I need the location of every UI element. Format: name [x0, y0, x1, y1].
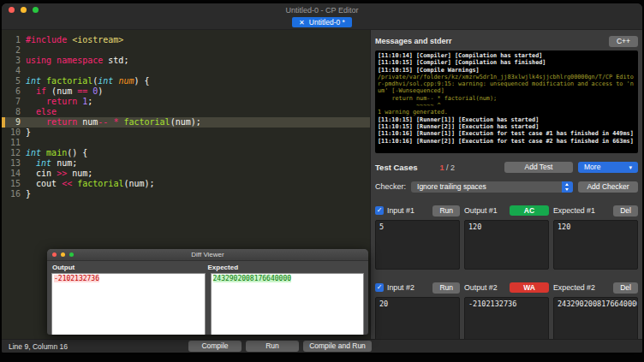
window-controls: [9, 7, 39, 13]
code-text: }: [26, 189, 31, 199]
verdict-summary: 1 / 2: [439, 163, 455, 172]
diff-output-label: Output: [52, 264, 208, 271]
line-number: 2: [2, 45, 26, 56]
compile-button[interactable]: Compile: [188, 341, 242, 352]
editor-lines: 1#include <iostream>23using namespace st…: [2, 35, 370, 199]
console-line: [11:10:15] [Runner[1]] [Execution has st…: [378, 116, 635, 123]
testcase-1-checkbox[interactable]: ✓: [375, 206, 384, 215]
code-text: int factorial(int num) {: [26, 76, 150, 86]
output-2-label: Output #2: [464, 283, 498, 292]
code-text: cin >> num;: [26, 169, 92, 179]
code-line-8: 8 else: [2, 107, 370, 117]
code-text: return num-- * factorial(num);: [26, 117, 201, 128]
console-line: [11:10:16] [Runner[1]] [Execution for te…: [378, 130, 635, 137]
diff-zoom-button[interactable]: [69, 252, 74, 257]
right-panel: Messages and stderr C++ [11:10:14] [Comp…: [370, 30, 642, 340]
diff-viewer-window[interactable]: Diff Viewer Output Expected -2102132736 …: [47, 249, 368, 335]
output-1-area[interactable]: 120: [464, 220, 549, 270]
diff-output-pane[interactable]: -2102132736: [51, 273, 206, 335]
code-text: return 1;: [26, 97, 92, 107]
code-text: }: [26, 128, 31, 138]
compile-and-run-button[interactable]: Compile and Run: [303, 341, 372, 352]
add-checker-button[interactable]: Add Checker: [578, 181, 638, 193]
code-line-4: 4: [2, 66, 370, 76]
delete-testcase-1-button[interactable]: Del: [613, 205, 638, 217]
testcases-title: Test Cases: [375, 163, 417, 172]
diff-window-controls: [52, 252, 74, 257]
run-testcase-2-button[interactable]: Run: [432, 282, 460, 294]
titlebar[interactable]: Untitled-0 - CP Editor: [2, 3, 642, 15]
checker-label: Checker:: [375, 182, 406, 191]
zoom-button[interactable]: [33, 7, 39, 13]
run-testcase-1-button[interactable]: Run: [432, 205, 460, 217]
tab-label: Untitled-0 *: [309, 18, 345, 27]
tab-untitled-0[interactable]: ✕ Untitled-0 *: [292, 17, 352, 27]
code-text: int main() {: [26, 148, 87, 158]
diff-added-line: 2432902008176640000: [213, 275, 292, 282]
code-text: else: [26, 107, 57, 117]
minimize-button[interactable]: [21, 7, 27, 13]
more-button[interactable]: More ▾: [578, 162, 638, 173]
code-text: if (num == 0): [26, 86, 103, 97]
verdict-badge-1[interactable]: AC: [510, 205, 549, 216]
checker-dropdown[interactable]: Ignore trailing spaces: [411, 181, 573, 193]
diff-expected-label: Expected: [208, 264, 364, 271]
code-text: cout << factorial(num);: [26, 179, 155, 189]
delete-testcase-2-button[interactable]: Del: [613, 282, 638, 294]
code-line-13: 13 int num;: [2, 158, 370, 169]
language-button[interactable]: C++: [609, 36, 638, 47]
testcase-2-checkbox[interactable]: ✓: [375, 283, 384, 292]
diff-expected-pane[interactable]: 2432902008176640000: [211, 273, 365, 335]
console-line: 1 warning generated.: [378, 109, 635, 116]
line-number: 9: [2, 117, 26, 128]
line-number: 13: [2, 158, 26, 169]
line-number: 10: [2, 128, 26, 138]
console-line: [11:10:14] [Compiler] [Compilation has s…: [378, 52, 635, 59]
line-number: 5: [2, 76, 26, 86]
line-number: 8: [2, 107, 26, 117]
chevron-down-icon: ▾: [629, 163, 632, 172]
line-number: 16: [2, 189, 26, 199]
verdict-failed-count: 1: [439, 163, 444, 172]
verdict-badge-2[interactable]: WA: [510, 282, 549, 293]
diff-window-title: Diff Viewer: [191, 251, 224, 258]
add-test-button[interactable]: Add Test: [504, 162, 573, 173]
run-button[interactable]: Run: [246, 341, 299, 352]
expected-1-area[interactable]: 120: [553, 220, 638, 270]
code-line-6: 6 if (num == 0): [2, 86, 370, 97]
dropdown-stepper-icon[interactable]: [562, 181, 573, 193]
input-2-label: Input #2: [387, 283, 414, 292]
line-number: 4: [2, 66, 26, 76]
action-buttons: Compile Run Compile and Run: [188, 341, 372, 352]
diff-removed-line: -2102132736: [54, 275, 99, 282]
line-number: 12: [2, 148, 26, 158]
line-number: 15: [2, 179, 26, 189]
line-number: 11: [2, 138, 26, 148]
status-bar: Line 9, Column 16 Compile Run Compile an…: [2, 339, 642, 353]
testcase-1: ✓ Input #1 Run Output #1 AC Expected #1: [375, 205, 638, 270]
input-1-area[interactable]: 5: [375, 220, 460, 270]
code-line-12: 12int main() {: [2, 148, 370, 158]
tab-close-icon[interactable]: ✕: [299, 19, 305, 27]
diff-minimize-button[interactable]: [61, 252, 65, 257]
code-line-1: 1#include <iostream>: [2, 35, 370, 45]
window-title: Untitled-0 - CP Editor: [2, 4, 642, 15]
console-line: return num-- * factorial(num);: [378, 95, 635, 102]
output-1-label: Output #1: [464, 206, 498, 215]
code-line-11: 11: [2, 138, 370, 148]
code-line-9: 9 return num-- * factorial(num);: [2, 117, 370, 128]
line-number: 14: [2, 169, 26, 179]
messages-header: Messages and stderr C++: [375, 35, 638, 47]
console-line: /private/var/folders/kz/xmzrw5dr1n_jj83x…: [378, 74, 635, 95]
checker-row: Checker: Ignore trailing spaces Add Chec…: [375, 181, 638, 193]
code-line-2: 2: [2, 45, 370, 56]
diff-close-button[interactable]: [52, 252, 57, 257]
close-button[interactable]: [9, 7, 15, 13]
diff-titlebar[interactable]: Diff Viewer: [47, 249, 368, 261]
compiler-output-console[interactable]: [11:10:14] [Compiler] [Compilation has s…: [375, 50, 638, 153]
messages-title: Messages and stderr: [375, 37, 452, 45]
line-number: 1: [2, 35, 26, 45]
desktop: Untitled-0 - CP Editor ✕ Untitled-0 * 1#…: [0, 0, 644, 362]
line-number: 7: [2, 97, 26, 107]
console-line: [11:10:15] [Runner[2]] [Execution has st…: [378, 123, 635, 130]
